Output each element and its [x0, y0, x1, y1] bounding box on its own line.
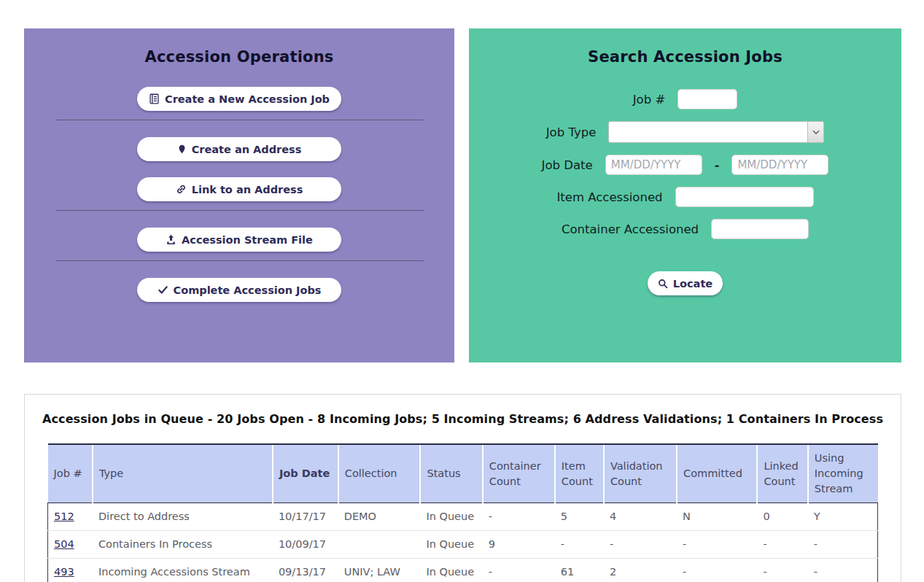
create-new-accession-job-label: Create a New Accession Job — [165, 93, 330, 105]
cell-collection: DEMO — [338, 503, 421, 531]
col-container-count: Container Count — [483, 444, 555, 503]
job-number-link[interactable]: 493 — [54, 566, 74, 578]
job-date-to-input[interactable] — [731, 155, 828, 175]
top-panels-row: Accession Operations Create a New Access… — [0, 0, 924, 362]
cell-job-date: 10/09/17 — [273, 531, 338, 559]
cell-item-count: 5 — [555, 503, 604, 531]
cell-item-count: 61 — [555, 559, 604, 582]
item-accessioned-input[interactable] — [675, 187, 814, 207]
cell-item-count: - — [555, 531, 604, 559]
accession-jobs-queue-card: Accession Jobs in Queue - 20 Jobs Open -… — [24, 394, 901, 582]
container-accessioned-input[interactable] — [711, 219, 809, 239]
col-job-date[interactable]: Job Date — [273, 444, 338, 503]
cell-using-incoming-stream: Y — [808, 503, 878, 531]
map-pin-icon — [177, 144, 187, 155]
job-type-label: Job Type — [546, 125, 597, 139]
container-accessioned-row: Container Accessioned — [469, 219, 901, 239]
queue-table: Job # Type Job Date Collection Status Co… — [47, 443, 878, 582]
accession-stream-file-label: Accession Stream File — [182, 234, 313, 246]
locate-row: Locate — [469, 271, 901, 295]
accession-operations-buttons: Create a New Accession Job Create an Add… — [24, 87, 454, 302]
col-using-incoming-stream: Using Incoming Stream — [808, 444, 878, 503]
cell-validation-count: 4 — [604, 503, 677, 531]
complete-accession-jobs-label: Complete Accession Jobs — [174, 284, 322, 296]
accession-stream-file-button[interactable]: Accession Stream File — [137, 228, 341, 252]
cell-job-date: 09/13/17 — [273, 559, 338, 582]
job-number-input[interactable] — [678, 89, 737, 109]
cell-container-count: 9 — [483, 531, 555, 559]
col-committed: Committed — [677, 444, 757, 503]
cell-collection: UNIV; LAW — [338, 559, 421, 582]
job-number-label: Job # — [633, 93, 666, 106]
col-collection: Collection — [338, 444, 421, 503]
chevron-down-icon — [812, 130, 820, 135]
cell-linked-count: 0 — [757, 503, 807, 531]
cell-status: In Queue — [420, 559, 482, 582]
cell-container-count: - — [483, 559, 555, 582]
job-number-link[interactable]: 504 — [54, 538, 74, 550]
create-new-accession-job-button[interactable]: Create a New Accession Job — [137, 87, 341, 111]
cell-linked-count: - — [757, 531, 807, 559]
check-icon — [158, 284, 168, 295]
col-status: Status — [420, 444, 482, 503]
cell-job-date: 10/17/17 — [273, 503, 338, 531]
operations-divider — [55, 120, 424, 120]
queue-title: Accession Jobs in Queue - 20 Jobs Open -… — [25, 412, 901, 426]
cell-committed: - — [677, 531, 757, 559]
col-job-number: Job # — [48, 444, 93, 503]
cell-collection — [338, 531, 421, 559]
job-date-from-input[interactable] — [605, 155, 702, 175]
search-accession-jobs-title: Search Accession Jobs — [469, 28, 901, 66]
job-number-row: Job # — [469, 89, 901, 109]
link-to-an-address-label: Link to an Address — [192, 184, 303, 195]
cell-using-incoming-stream: - — [808, 531, 878, 559]
job-date-label: Job Date — [542, 158, 593, 172]
table-row: 512 Direct to Address 10/17/17 DEMO In Q… — [48, 503, 878, 531]
job-type-selected-value — [609, 122, 807, 142]
cell-committed: - — [677, 559, 757, 582]
job-type-select[interactable] — [608, 121, 824, 143]
search-form: Job # Job Type Job Date - — [469, 89, 901, 295]
cell-committed: N — [677, 503, 757, 531]
search-accession-jobs-panel: Search Accession Jobs Job # Job Type — [469, 28, 901, 362]
search-icon — [658, 279, 668, 289]
journal-icon — [149, 93, 160, 104]
upload-icon — [166, 234, 176, 245]
queue-table-header: Job # Type Job Date Collection Status Co… — [48, 444, 878, 503]
job-date-row: Job Date - — [469, 155, 901, 175]
locate-button[interactable]: Locate — [648, 271, 723, 295]
accession-operations-title: Accession Operations — [24, 28, 454, 66]
container-accessioned-label: Container Accessioned — [562, 222, 699, 236]
create-an-address-button[interactable]: Create an Address — [137, 137, 341, 161]
locate-label: Locate — [673, 278, 713, 290]
create-an-address-label: Create an Address — [192, 144, 302, 155]
col-linked-count: Linked Count — [757, 444, 807, 503]
operations-divider — [55, 260, 424, 261]
cell-type: Incoming Accessions Stream — [93, 559, 273, 582]
date-range-separator: - — [715, 158, 720, 172]
link-to-an-address-button[interactable]: Link to an Address — [137, 177, 341, 201]
cell-type: Direct to Address — [93, 503, 273, 531]
col-validation-count: Validation Count — [604, 444, 677, 503]
job-type-select-arrow[interactable] — [807, 122, 823, 142]
col-item-count: Item Count — [555, 444, 604, 503]
operations-divider — [55, 210, 424, 211]
link-icon — [176, 184, 187, 195]
cell-linked-count: - — [757, 559, 807, 582]
cell-validation-count: 2 — [604, 559, 677, 582]
cell-using-incoming-stream: - — [808, 559, 878, 582]
table-row: 504 Containers In Process 10/09/17 In Qu… — [48, 531, 878, 559]
cell-status: In Queue — [420, 531, 482, 559]
col-type: Type — [93, 444, 273, 503]
job-type-row: Job Type — [469, 121, 901, 143]
item-accessioned-row: Item Accessioned — [469, 187, 901, 207]
cell-status: In Queue — [420, 503, 482, 531]
item-accessioned-label: Item Accessioned — [556, 190, 662, 204]
cell-container-count: - — [483, 503, 555, 531]
cell-type: Containers In Process — [93, 531, 273, 559]
accession-operations-panel: Accession Operations Create a New Access… — [24, 28, 454, 362]
job-number-link[interactable]: 512 — [54, 511, 74, 522]
table-row: 493 Incoming Accessions Stream 09/13/17 … — [48, 559, 878, 582]
complete-accession-jobs-button[interactable]: Complete Accession Jobs — [137, 278, 341, 302]
cell-validation-count: - — [604, 531, 677, 559]
